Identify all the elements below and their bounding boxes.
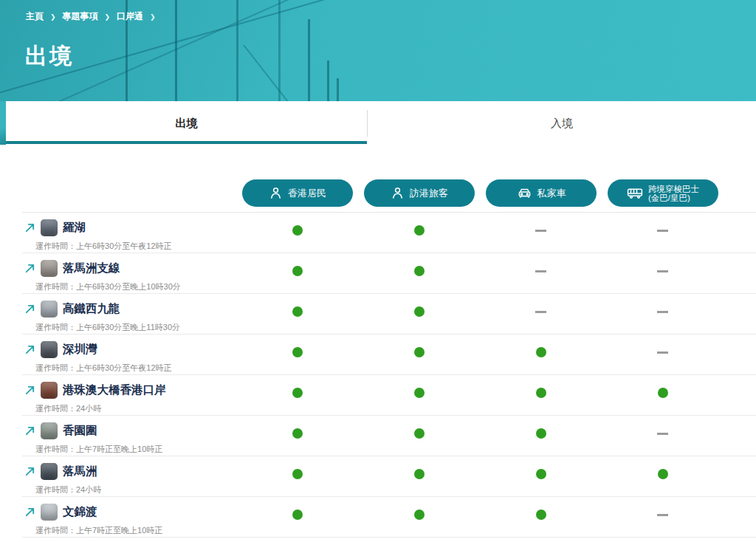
tab-arrival-label: 入境 — [551, 117, 573, 131]
status-cell-hk-residents — [236, 382, 358, 398]
status-cell-private-cars — [480, 301, 602, 313]
status-unavailable-indicator — [535, 230, 546, 232]
checkpoint-name-link[interactable]: 羅湖 — [63, 220, 86, 236]
operating-hours: 運作時間：24小時 — [35, 403, 236, 414]
status-cell-shuttle-bus — [602, 260, 724, 272]
chevron-right-icon: ❯ — [150, 13, 156, 21]
chevron-right-icon: ❯ — [105, 13, 111, 21]
status-open-indicator — [658, 469, 668, 479]
tab-bar: 出境 入境 — [0, 101, 756, 145]
status-unavailable-indicator — [657, 433, 668, 435]
checkpoint-thumbnail — [41, 301, 58, 318]
status-open-indicator — [292, 428, 303, 439]
status-unavailable-indicator — [657, 230, 668, 232]
status-cell-visitors — [358, 301, 480, 317]
breadcrumb: 主頁 ❯ 專題事項 ❯ 口岸通 ❯ — [26, 10, 156, 23]
status-open-indicator — [414, 347, 425, 357]
column-header-visitors[interactable]: 訪港旅客 — [364, 179, 475, 207]
checkpoint-thumbnail — [41, 260, 58, 277]
status-cell-visitors — [358, 260, 480, 276]
status-open-indicator — [292, 469, 303, 479]
bus-icon — [626, 185, 644, 202]
status-unavailable-indicator — [535, 311, 546, 313]
tab-departure[interactable]: 出境 — [6, 101, 367, 145]
status-open-indicator — [414, 388, 425, 398]
operating-hours: 運作時間：上午7時正至晚上10時正 — [35, 525, 236, 536]
operating-hours: 運作時間：24小時 — [35, 484, 236, 495]
column-header-shuttle-bus[interactable]: 跨境穿梭巴士 (金巴/皇巴) — [608, 179, 718, 207]
checkpoint-name-link[interactable]: 深圳灣 — [63, 342, 97, 357]
status-cell-shuttle-bus — [602, 301, 724, 313]
checkpoint-info-cell: 文錦渡 運作時間：上午7時正至晚上10時正 — [22, 504, 236, 536]
external-link-arrow-icon — [24, 425, 35, 436]
status-open-indicator — [414, 306, 425, 317]
page-title: 出境 — [25, 41, 74, 72]
status-open-indicator — [292, 388, 303, 398]
status-cell-hk-residents — [236, 260, 358, 276]
status-cell-shuttle-bus — [602, 422, 724, 435]
person-icon — [390, 185, 405, 201]
status-cell-private-cars — [480, 260, 602, 272]
status-cell-private-cars — [480, 341, 602, 357]
facade-line — [308, 19, 310, 101]
status-open-indicator — [414, 225, 425, 236]
breadcrumb-topics-link[interactable]: 專題事項 — [63, 10, 98, 23]
column-label: 跨境穿梭巴士 (金巴/皇巴) — [648, 185, 699, 202]
status-open-indicator — [658, 388, 668, 398]
border-control-points-page: 主頁 ❯ 專題事項 ❯ 口岸通 ❯ 出境 出境 入境 香港居民 — [0, 0, 756, 542]
checkpoint-info-cell: 落馬洲 運作時間：24小時 — [22, 463, 236, 495]
tab-departure-label: 出境 — [176, 117, 198, 131]
tab-arrival[interactable]: 入境 — [368, 101, 756, 145]
checkpoint-row: 落馬洲支線 運作時間：上午6時30分至晚上10時30分 — [22, 253, 756, 294]
checkpoint-name-link[interactable]: 香園圍 — [63, 423, 97, 439]
checkpoint-row: 羅湖 運作時間：上午6時30分至午夜12時正 — [22, 213, 756, 253]
column-header-hk-residents[interactable]: 香港居民 — [242, 179, 353, 207]
status-unavailable-indicator — [657, 270, 668, 272]
facade-line — [337, 78, 339, 101]
checkpoint-info-cell: 香園圍 運作時間：上午7時正至晚上10時正 — [22, 422, 236, 455]
status-cell-shuttle-bus — [602, 341, 724, 354]
status-cell-visitors — [358, 422, 480, 439]
status-unavailable-indicator — [657, 351, 668, 354]
status-cell-visitors — [358, 463, 480, 479]
status-open-indicator — [292, 306, 303, 317]
checkpoint-row: 落馬洲 運作時間：24小時 — [22, 456, 756, 497]
column-label: 訪港旅客 — [410, 188, 448, 199]
checkpoint-thumbnail — [41, 422, 58, 439]
checkpoint-info-cell: 羅湖 運作時間：上午6時30分至午夜12時正 — [22, 219, 236, 252]
checkpoint-thumbnail — [41, 219, 58, 236]
facade-line — [278, 0, 281, 101]
status-cell-visitors — [358, 382, 480, 398]
checkpoint-name-link[interactable]: 港珠澳大橋香港口岸 — [63, 383, 166, 398]
person-icon — [268, 185, 284, 201]
status-open-indicator — [536, 510, 546, 520]
status-cell-shuttle-bus — [602, 219, 724, 232]
facade-line — [236, 0, 238, 101]
status-open-indicator — [536, 347, 546, 357]
checkpoint-name-link[interactable]: 高鐵西九龍 — [63, 301, 120, 317]
status-cell-hk-residents — [236, 341, 358, 357]
status-unavailable-indicator — [657, 514, 668, 516]
status-open-indicator — [292, 510, 303, 520]
checkpoint-info-cell: 港珠澳大橋香港口岸 運作時間：24小時 — [22, 382, 236, 414]
status-cell-hk-residents — [236, 301, 358, 317]
checkpoint-info-cell: 深圳灣 運作時間：上午6時30分至午夜12時正 — [22, 341, 236, 374]
hero-edge-decoration — [0, 101, 6, 145]
external-link-arrow-icon — [24, 507, 35, 518]
operating-hours: 運作時間：上午7時正至晚上10時正 — [35, 444, 236, 455]
operating-hours: 運作時間：上午6時30分至午夜12時正 — [35, 363, 236, 374]
checkpoint-rows: 羅湖 運作時間：上午6時30分至午夜12時正 落馬洲支線 運作時間：上午6時30… — [22, 213, 756, 538]
breadcrumb-home-link[interactable]: 主頁 — [26, 10, 44, 23]
status-cell-hk-residents — [236, 463, 358, 479]
status-open-indicator — [536, 428, 546, 439]
operating-hours: 運作時間：上午6時30分至午夜12時正 — [35, 241, 236, 252]
status-cell-shuttle-bus — [602, 382, 724, 398]
status-open-indicator — [292, 266, 303, 276]
checkpoint-name-link[interactable]: 落馬洲支線 — [63, 261, 120, 276]
column-header-private-cars[interactable]: 私家車 — [486, 179, 597, 207]
breadcrumb-control-point-link[interactable]: 口岸通 — [117, 10, 143, 23]
checkpoint-name-link[interactable]: 文錦渡 — [63, 504, 97, 520]
status-cell-private-cars — [480, 463, 602, 479]
status-open-indicator — [292, 347, 303, 357]
checkpoint-name-link[interactable]: 落馬洲 — [63, 464, 97, 479]
